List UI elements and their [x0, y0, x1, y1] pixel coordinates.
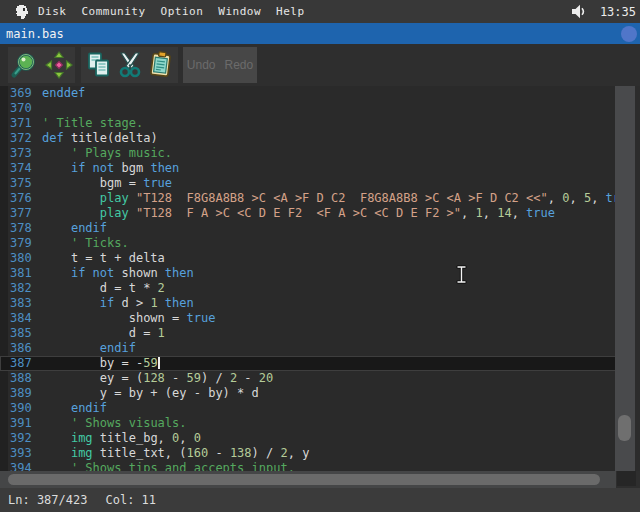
code-lines: 369enddef370371' Title stage.372def titl…: [0, 86, 616, 471]
code-line-text: ' Plays music.: [36, 146, 172, 161]
code-line-text: ey = (128 - 59) / 2 - 20: [36, 371, 273, 386]
line-number: 382: [0, 281, 36, 296]
code-line-text: y = by + (ey - by) * d: [36, 386, 259, 401]
code-line[interactable]: 374 if not bgm then: [0, 161, 616, 176]
paste-clipboard-icon[interactable]: [147, 51, 175, 79]
code-line[interactable]: 391 ' Shows visuals.: [0, 416, 616, 431]
code-line-text: t = t + delta: [36, 251, 165, 266]
code-line[interactable]: 370: [0, 101, 616, 116]
code-line[interactable]: 389 y = by + (ey - by) * d: [0, 386, 616, 401]
code-line[interactable]: 393 img title_txt, (160 - 138) / 2, y: [0, 446, 616, 461]
code-line-text: endif: [36, 221, 107, 236]
mascot-icon[interactable]: [14, 4, 29, 20]
code-line-text: ' Ticks.: [36, 236, 129, 251]
code-line[interactable]: 373 ' Plays music.: [0, 146, 616, 161]
code-line-text: ' Shows tips and accepts input.: [36, 461, 295, 471]
redo-button[interactable]: Redo: [225, 51, 254, 79]
code-line[interactable]: 390 endif: [0, 401, 616, 416]
code-line[interactable]: 378 endif: [0, 221, 616, 236]
open-file-name: main.bas: [6, 27, 64, 41]
vertical-scrollbar[interactable]: [615, 86, 635, 471]
code-line[interactable]: 386 endif: [0, 341, 616, 356]
line-number: 370: [0, 101, 36, 116]
titlebar-dot-button[interactable]: [621, 26, 637, 42]
copy-icon[interactable]: [85, 51, 113, 79]
line-number: 391: [0, 416, 36, 431]
code-line[interactable]: 392 img title_bg, 0, 0: [0, 431, 616, 446]
column-indicator: Col: 11: [105, 493, 156, 507]
code-line-text: enddef: [36, 86, 85, 101]
code-line[interactable]: 372def title(delta): [0, 131, 616, 146]
line-number: 388: [0, 371, 36, 386]
line-number: 377: [0, 206, 36, 221]
text-caret: [158, 357, 160, 369]
code-line-text: by = -59: [36, 356, 160, 371]
line-number: 376: [0, 191, 36, 206]
code-line[interactable]: 379 ' Ticks.: [0, 236, 616, 251]
code-line[interactable]: 382 d = t * 2: [0, 281, 616, 296]
code-editor[interactable]: 369enddef370371' Title stage.372def titl…: [0, 86, 616, 471]
code-line[interactable]: 376 play "T128 F8G8A8B8 >C <A >F D C2 F8…: [0, 191, 616, 206]
view-tool-group: [8, 47, 75, 83]
code-line-text: [36, 101, 42, 116]
code-line[interactable]: 383 if d > 1 then: [0, 296, 616, 311]
cut-scissors-icon[interactable]: [116, 51, 144, 79]
line-number: 378: [0, 221, 36, 236]
line-number: 371: [0, 116, 36, 131]
line-number: 375: [0, 176, 36, 191]
code-line-text: ' Shows visuals.: [36, 416, 187, 431]
line-number: 387: [0, 356, 36, 371]
line-number: 384: [0, 311, 36, 326]
menu-community[interactable]: Community: [82, 5, 146, 18]
line-number: 380: [0, 251, 36, 266]
code-line-text: img title_txt, (160 - 138) / 2, y: [36, 446, 309, 461]
menubar: Disk Community Option Window Help 13:35: [0, 0, 640, 23]
code-line[interactable]: 384 shown = true: [0, 311, 616, 326]
line-number: 385: [0, 326, 36, 341]
code-line[interactable]: 377 play "T128 F A >C <C D E F2 <F A >C …: [0, 206, 616, 221]
scrollbar-corner: [616, 471, 640, 488]
code-line-text: bgm = true: [36, 176, 172, 191]
speaker-icon[interactable]: [571, 4, 587, 19]
code-line-text: endif: [36, 341, 136, 356]
code-line[interactable]: 369enddef: [0, 86, 616, 101]
code-line[interactable]: 385 d = 1: [0, 326, 616, 341]
code-line[interactable]: 394 ' Shows tips and accepts input.: [0, 461, 616, 471]
line-number: 386: [0, 341, 36, 356]
menu-option[interactable]: Option: [161, 5, 204, 18]
code-line[interactable]: 375 bgm = true: [0, 176, 616, 191]
code-line[interactable]: 380 t = t + delta: [0, 251, 616, 266]
code-line[interactable]: 371' Title stage.: [0, 116, 616, 131]
statusbar: Ln: 387/423 Col: 11: [0, 488, 640, 512]
line-number: 389: [0, 386, 36, 401]
code-line-text: endif: [36, 401, 107, 416]
menu-help[interactable]: Help: [276, 5, 305, 18]
code-line-text: ' Title stage.: [36, 116, 143, 131]
menu-disk[interactable]: Disk: [38, 5, 67, 18]
code-line[interactable]: 388 ey = (128 - 59) / 2 - 20: [0, 371, 616, 386]
code-line-text: def title(delta): [36, 131, 158, 146]
code-line-text: d = t * 2: [36, 281, 165, 296]
toolbar: Undo Redo: [0, 44, 640, 86]
zoom-icon[interactable]: [10, 51, 38, 79]
code-line[interactable]: 387 by = -59: [0, 356, 616, 371]
line-number: 369: [0, 86, 36, 101]
line-number: 374: [0, 161, 36, 176]
code-line-text: play "T128 F A >C <C D E F2 <F A >C <C D…: [36, 206, 555, 221]
horizontal-scrollbar-thumb[interactable]: [8, 474, 600, 485]
pan-arrows-icon[interactable]: [45, 51, 73, 79]
ibeam-mouse-cursor: [455, 265, 468, 284]
menu-window[interactable]: Window: [218, 5, 261, 18]
vertical-scrollbar-thumb[interactable]: [618, 415, 631, 441]
line-number: 392: [0, 431, 36, 446]
horizontal-scrollbar[interactable]: [0, 471, 616, 488]
code-line-text: shown = true: [36, 311, 215, 326]
line-indicator: Ln: 387/423: [8, 493, 87, 507]
code-line[interactable]: 381 if not shown then: [0, 266, 616, 281]
undo-button[interactable]: Undo: [187, 51, 216, 79]
line-number: 381: [0, 266, 36, 281]
line-number: 373: [0, 146, 36, 161]
line-number: 379: [0, 236, 36, 251]
code-line-text: play "T128 F8G8A8B8 >C <A >F D C2 F8G8A8…: [36, 191, 616, 206]
code-line-text: if not bgm then: [36, 161, 179, 176]
